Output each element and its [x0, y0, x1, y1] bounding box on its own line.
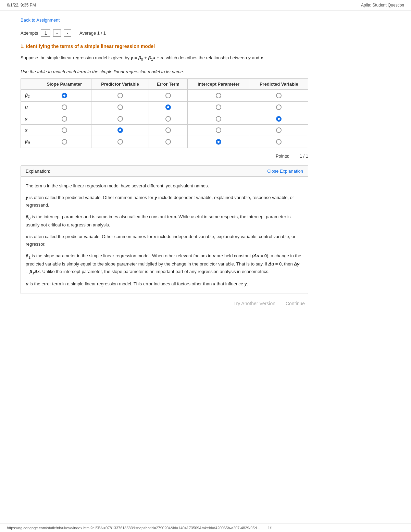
- radio-empty[interactable]: [216, 104, 221, 110]
- col-header-predicted: Predicted Variable: [250, 78, 308, 89]
- radio-cell[interactable]: [187, 89, 250, 101]
- radio-cell[interactable]: [187, 113, 250, 125]
- table-row: u: [21, 101, 308, 113]
- radio-cell[interactable]: [149, 113, 187, 125]
- radio-empty[interactable]: [165, 93, 171, 98]
- average-text: Average 1 / 1: [79, 30, 106, 36]
- radio-cell[interactable]: [250, 124, 308, 136]
- close-explanation-link[interactable]: Close Explanation: [267, 169, 303, 174]
- radio-empty[interactable]: [276, 127, 282, 133]
- radio-cell[interactable]: [91, 136, 149, 148]
- footer-page-count: 1/1: [268, 526, 273, 530]
- radio-empty[interactable]: [117, 139, 123, 145]
- continue-button[interactable]: Continue: [286, 301, 305, 306]
- radio-cell[interactable]: [37, 89, 91, 101]
- row-label: y: [21, 113, 37, 125]
- row-label: β0: [21, 136, 37, 148]
- explanation-para-4: x is often called the predictor variable…: [26, 233, 303, 248]
- radio-empty[interactable]: [165, 116, 171, 122]
- radio-empty[interactable]: [117, 93, 123, 98]
- radio-cell[interactable]: [187, 136, 250, 148]
- footer-bar: https://ng.cengage.com/static/nb/ui/evo/…: [0, 523, 411, 532]
- browser-datetime: 6/1/22, 9:35 PM: [7, 3, 36, 8]
- radio-filled[interactable]: [276, 116, 282, 122]
- radio-filled[interactable]: [216, 139, 221, 145]
- table-row: β0: [21, 136, 308, 148]
- radio-empty[interactable]: [276, 93, 282, 98]
- radio-empty[interactable]: [216, 93, 221, 98]
- explanation-para-6: u is the error term in a simple linear r…: [26, 280, 303, 288]
- col-header-slope: Slope Parameter: [37, 78, 91, 89]
- explanation-para-2: y is often called the predicted variable…: [26, 194, 303, 209]
- explanation-box: Explanation: Close Explanation The terms…: [21, 165, 308, 294]
- row-label: β1: [21, 89, 37, 101]
- row-label: u: [21, 101, 37, 113]
- table-row: y: [21, 113, 308, 125]
- radio-cell[interactable]: [149, 89, 187, 101]
- radio-empty[interactable]: [165, 127, 171, 133]
- radio-cell[interactable]: [187, 124, 250, 136]
- radio-cell[interactable]: [91, 101, 149, 113]
- radio-filled[interactable]: [165, 104, 171, 110]
- matching-table: Slope Parameter Predictor Variable Error…: [21, 78, 308, 148]
- explanation-para-5: β1 is the slope parameter in the simple …: [26, 252, 303, 276]
- explanation-para-3: β0 is the intercept parameter and is som…: [26, 213, 303, 229]
- radio-cell[interactable]: [37, 101, 91, 113]
- points-row: Points: 1 / 1: [21, 153, 308, 159]
- col-header-error: Error Term: [149, 78, 187, 89]
- radio-cell[interactable]: [37, 124, 91, 136]
- radio-filled[interactable]: [117, 127, 123, 133]
- radio-cell[interactable]: [250, 136, 308, 148]
- attempts-dash1: -: [53, 29, 61, 37]
- radio-empty[interactable]: [117, 116, 123, 122]
- radio-empty[interactable]: [216, 116, 221, 122]
- explanation-header: Explanation: Close Explanation: [21, 166, 308, 177]
- radio-empty[interactable]: [62, 127, 67, 133]
- explanation-para-1: The terms in the simple linear regressio…: [26, 182, 303, 190]
- question-description: Suppose the simple linear regression mod…: [21, 54, 308, 62]
- radio-cell[interactable]: [91, 113, 149, 125]
- points-value: 1 / 1: [300, 153, 308, 159]
- radio-cell[interactable]: [91, 89, 149, 101]
- attempts-value: 1: [41, 29, 50, 37]
- radio-empty[interactable]: [117, 104, 123, 110]
- radio-empty[interactable]: [216, 127, 221, 133]
- radio-empty[interactable]: [62, 104, 67, 110]
- back-to-assignment-link[interactable]: Back to Assignment: [21, 17, 60, 23]
- radio-filled[interactable]: [62, 93, 67, 98]
- radio-empty[interactable]: [276, 104, 282, 110]
- radio-cell[interactable]: [250, 113, 308, 125]
- radio-cell[interactable]: [250, 89, 308, 101]
- radio-cell[interactable]: [37, 113, 91, 125]
- points-label: Points:: [276, 153, 289, 159]
- col-header-predictor: Predictor Variable: [91, 78, 149, 89]
- col-header-row-label: [21, 78, 37, 89]
- radio-cell[interactable]: [250, 101, 308, 113]
- table-row: x: [21, 124, 308, 136]
- instruction-text: Use the table to match each term in the …: [21, 69, 308, 74]
- explanation-body: The terms in the simple linear regressio…: [21, 177, 308, 294]
- row-label: x: [21, 124, 37, 136]
- radio-empty[interactable]: [165, 139, 171, 145]
- browser-page-title: Aplia: Student Question: [361, 3, 404, 8]
- radio-cell[interactable]: [187, 101, 250, 113]
- question-title: 1. Identifying the terms of a simple lin…: [21, 44, 308, 49]
- footer-url: https://ng.cengage.com/static/nb/ui/evo/…: [7, 526, 260, 530]
- attempts-label: Attempts: [21, 30, 38, 36]
- radio-cell[interactable]: [37, 136, 91, 148]
- radio-cell[interactable]: [149, 124, 187, 136]
- radio-empty[interactable]: [276, 139, 282, 145]
- try-another-button[interactable]: Try Another Version: [234, 301, 275, 306]
- radio-empty[interactable]: [62, 116, 67, 122]
- col-header-intercept: Intercept Parameter: [187, 78, 250, 89]
- attempts-dash2: -: [64, 29, 71, 37]
- radio-cell[interactable]: [149, 136, 187, 148]
- radio-cell[interactable]: [91, 124, 149, 136]
- table-row: β1: [21, 89, 308, 101]
- radio-cell[interactable]: [149, 101, 187, 113]
- radio-empty[interactable]: [62, 139, 67, 145]
- bottom-buttons: Try Another Version Continue: [21, 301, 308, 306]
- explanation-header-label: Explanation:: [26, 169, 50, 174]
